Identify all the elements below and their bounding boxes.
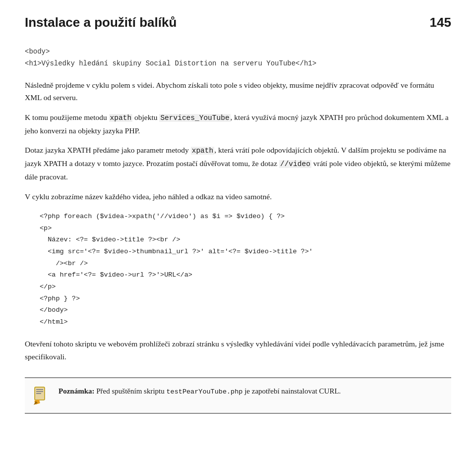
paragraph-1: Následně projdeme v cyklu polem s videi.… (25, 79, 451, 104)
svg-rect-1 (36, 389, 43, 390)
note-code: testPearYouTube.php (167, 388, 243, 396)
code-line-9: </body> (40, 304, 451, 316)
page-header: Instalace a použití balíků 145 (25, 15, 451, 30)
note-icon (31, 385, 52, 406)
code-line-2: <p> (40, 223, 451, 234)
chapter-title: Instalace a použití balíků (25, 15, 177, 30)
code-line-6: <a href='<?= $video->url ?>'>URL</a> (40, 269, 451, 281)
main-code-block: <?php foreach ($videa->xpath('//video') … (40, 211, 451, 328)
intro-code-block: <body> <h1>Výsledky hledání skupiny Soci… (25, 46, 451, 70)
code-line-8: <?php } ?> (40, 293, 451, 305)
code-video-xpath: //video (279, 160, 311, 168)
code-xpath: xpath (109, 114, 133, 122)
svg-rect-3 (36, 393, 41, 394)
code-line-10: </html> (40, 316, 451, 328)
intro-code-line2: <h1>Výsledky hledání skupiny Social Dist… (25, 58, 451, 70)
svg-rect-2 (36, 391, 43, 392)
note-box: Poznámka: Před spuštěním skriptu testPea… (25, 377, 451, 414)
code-xpath-method: xpath (191, 147, 215, 155)
code-line-3: Název: <?= $video->title ?><br /> (40, 234, 451, 246)
code-line-1: <?php foreach ($videa->xpath('//video') … (40, 211, 451, 223)
code-services-youtube: Services_YouTube (159, 114, 230, 122)
page-number: 145 (430, 15, 451, 30)
intro-code-line1: <body> (25, 46, 451, 58)
code-line-7: </p> (40, 281, 451, 293)
note-text: Poznámka: Před spuštěním skriptu testPea… (59, 385, 341, 397)
paragraph-2: K tomu použijeme metodu xpath objektu Se… (25, 111, 451, 137)
paragraph-5: V cyklu zobrazíme název každého videa, j… (25, 190, 451, 203)
code-line-4: <img src='<?= $video->thumbnail_url ?>' … (40, 246, 451, 258)
code-line-5: /><br /> (40, 258, 451, 270)
paragraph-3: Dotaz jazyka XPATH předáme jako parametr… (25, 144, 451, 183)
closing-paragraph: Otevření tohoto skriptu ve webovém prohl… (25, 338, 451, 363)
